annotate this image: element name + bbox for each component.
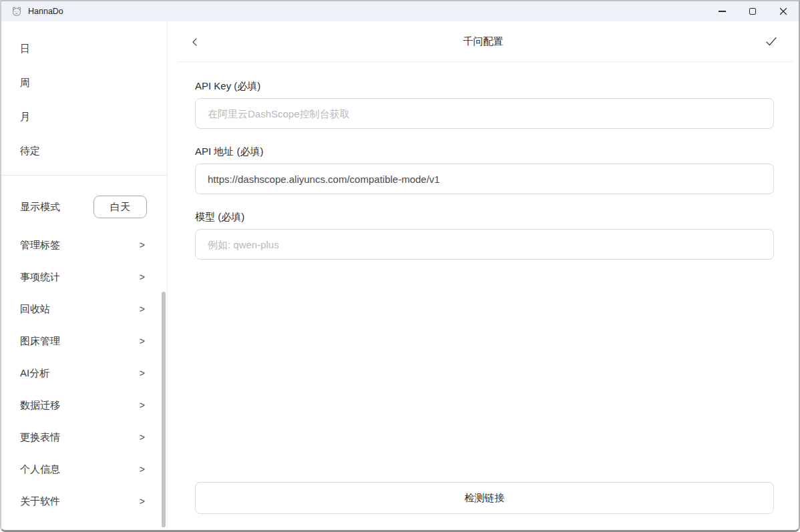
sidebar-menu: 管理标签 > 事项统计 > 回收站 > 图床管理 > AI分析 > [1,229,167,517]
sidebar-item-day[interactable]: 日 [1,32,167,66]
sidebar-item-item-statistics[interactable]: 事项统计 > [1,261,167,293]
sidebar-divider [1,175,167,176]
chevron-right-icon: > [140,496,145,507]
menu-item-label: 图床管理 [20,335,60,348]
menu-item-label: AI分析 [20,367,49,380]
chevron-left-icon [191,37,199,47]
close-button[interactable] [768,1,799,21]
sidebar-item-ai-analysis[interactable]: AI分析 > [1,357,167,389]
titlebar: HannaDo [1,1,799,21]
api-key-input[interactable] [195,98,774,129]
sidebar-item-label: 周 [20,77,30,89]
sidebar-item-change-emoji[interactable]: 更换表情 > [1,421,167,453]
chevron-right-icon: > [140,432,145,443]
confirm-button[interactable] [764,35,779,49]
sidebar-item-pending[interactable]: 待定 [1,134,167,168]
sidebar-item-label: 月 [20,111,30,123]
maximize-button[interactable] [737,1,768,21]
api-url-input[interactable] [195,164,774,194]
display-mode-row: 显示模式 白天 [1,191,167,223]
display-mode-label: 显示模式 [20,201,60,214]
minimize-button[interactable] [707,1,737,21]
sidebar-item-label: 日 [20,43,30,55]
menu-item-label: 个人信息 [20,463,60,476]
check-icon [765,37,777,47]
chevron-right-icon: > [140,304,145,314]
display-mode-toggle-button[interactable]: 白天 [93,196,147,218]
api-url-field-group: API 地址 (必填) [195,145,774,194]
page-title: 千问配置 [168,35,799,48]
model-field-group: 模型 (必填) [195,210,774,260]
menu-item-label: 事项统计 [20,271,60,284]
sidebar-item-data-migration[interactable]: 数据迁移 > [1,389,167,421]
chevron-right-icon: > [140,368,145,378]
menu-item-label: 回收站 [20,303,50,316]
api-key-label: API Key (必填) [195,79,774,93]
app-body: 日 周 月 待定 显示模式 白天 管理标签 > [1,21,799,530]
sidebar: 日 周 月 待定 显示模式 白天 管理标签 > [1,21,168,530]
chevron-right-icon: > [140,240,145,250]
sidebar-item-manage-tags[interactable]: 管理标签 > [1,229,167,261]
sidebar-item-label: 待定 [20,145,40,158]
chevron-right-icon: > [140,272,145,282]
sidebar-item-about-software[interactable]: 关于软件 > [1,485,167,517]
app-logo-dog-icon [10,5,23,18]
close-icon [779,7,787,15]
model-input[interactable] [195,229,774,260]
sidebar-item-month[interactable]: 月 [1,100,167,134]
sidebar-scrollbar-thumb[interactable] [162,292,166,527]
page-header: 千问配置 [168,21,799,62]
menu-item-label: 管理标签 [20,239,60,252]
menu-item-label: 数据迁移 [20,399,60,412]
api-url-label: API 地址 (必填) [195,145,774,158]
maximize-icon [749,8,756,15]
sidebar-item-image-hosting[interactable]: 图床管理 > [1,325,167,357]
minimize-icon [719,11,726,11]
chevron-right-icon: > [140,336,145,346]
model-label: 模型 (必填) [195,210,774,224]
menu-item-label: 关于软件 [20,495,60,508]
sidebar-item-personal-info[interactable]: 个人信息 > [1,453,167,485]
main-panel: 千问配置 API Key (必填) API 地址 (必填) 模型 [168,21,799,530]
menu-item-label: 更换表情 [20,431,60,444]
app-window: HannaDo 日 周 月 [0,0,800,532]
config-form: API Key (必填) API 地址 (必填) 模型 (必填) 检测链接 [168,62,799,530]
chevron-right-icon: > [140,400,145,411]
window-controls [707,1,799,21]
app-title: HannaDo [28,7,63,16]
back-button[interactable] [189,36,201,48]
chevron-right-icon: > [140,464,145,475]
api-key-field-group: API Key (必填) [195,79,774,129]
form-spacer [195,260,774,482]
sidebar-item-recycle-bin[interactable]: 回收站 > [1,293,167,325]
sidebar-item-week[interactable]: 周 [1,66,167,100]
test-connection-button[interactable]: 检测链接 [195,482,774,514]
